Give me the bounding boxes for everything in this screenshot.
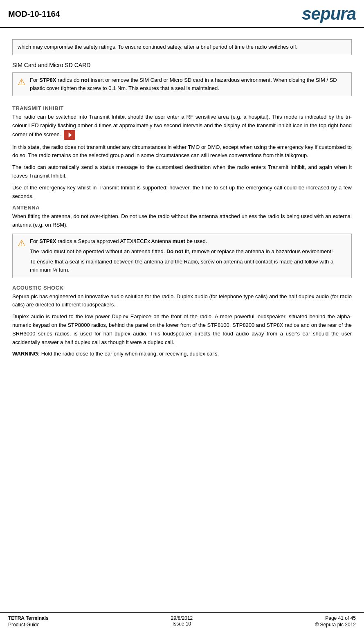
company-logo: sepura — [302, 4, 356, 24]
transmit-inhibit-heading: Transmit Inhibit — [12, 105, 352, 111]
sim-warning-text: For STP8X radios do not insert or remove… — [30, 76, 346, 92]
warning-triangle-icon: ⚠ — [18, 77, 26, 88]
footer-guide-type: Product Guide — [8, 622, 49, 628]
safety-warning-text-1: which may compromise the safety ratings.… — [18, 44, 297, 50]
sim-warning-box: ⚠ For STP8X radios do not insert or remo… — [12, 72, 352, 96]
doc-id: MOD-10-1164 — [8, 9, 60, 19]
antenna-para1: When fitting the antenna, do not over-ti… — [12, 212, 352, 230]
sim-section-heading: SIM Card and Micro SD CARD — [12, 62, 352, 68]
footer-page: Page 41 of 45 — [315, 615, 356, 621]
footer: TETRA Terminals Product Guide 29/8/2012 … — [0, 612, 364, 630]
warning-triangle-icon-2: ⚠ — [18, 238, 26, 249]
warning-duplex-calls: WARNING: Hold the radio close to the ear… — [12, 350, 352, 358]
main-content: which may compromise the safety ratings.… — [0, 28, 364, 612]
antenna-warning-box: ⚠ For STP8X radios a Sepura approved ATE… — [12, 234, 352, 278]
footer-copyright: © Sepura plc 2012 — [315, 622, 356, 628]
transmit-inhibit-para4: Use of the emergency key whilst in Trans… — [12, 184, 352, 201]
footer-center: 29/8/2012 Issue 10 — [171, 615, 193, 627]
acoustic-shock-heading: Acoustic Shock — [12, 285, 352, 291]
header: MOD-10-1164 sepura — [0, 0, 364, 28]
acoustic-shock-para2: Duplex audio is routed to the low power … — [12, 313, 352, 346]
acoustic-shock-para1: Sepura plc has engineered an innovative … — [12, 292, 352, 310]
transmit-inhibit-para2: In this state, the radio does not transm… — [12, 143, 352, 160]
antenna-warning-text: For STP8X radios a Sepura approved ATEX/… — [30, 237, 346, 274]
antenna-heading: Antenna — [12, 205, 352, 211]
footer-issue: Issue 10 — [171, 621, 193, 627]
page: MOD-10-1164 sepura which may compromise … — [0, 0, 364, 630]
footer-right: Page 41 of 45 © Sepura plc 2012 — [315, 615, 356, 628]
footer-product-line: TETRA Terminals — [8, 615, 49, 621]
transmit-inhibit-para1: The radio can be switched into Transmit … — [12, 113, 352, 140]
footer-date: 29/8/2012 — [171, 615, 193, 621]
safety-warning-box-1: which may compromise the safety ratings.… — [12, 39, 352, 55]
transmit-inhibit-icon — [64, 130, 75, 140]
transmit-inhibit-para3: The radio can automatically send a statu… — [12, 163, 352, 180]
footer-left: TETRA Terminals Product Guide — [8, 615, 49, 628]
